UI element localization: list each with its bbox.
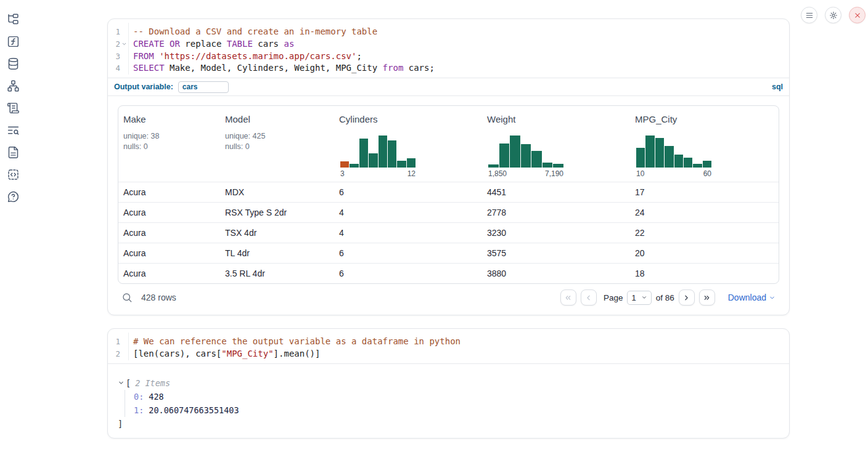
table-cell: 3230 [482,228,630,238]
histogram-bar [645,136,654,168]
histogram-axis: 312 [340,169,416,178]
histogram-bar [542,163,553,168]
sql-cell: 1-- Download a CSV and create an in-memo… [107,18,790,315]
python-code-editor[interactable]: 1# We can reference the output variable … [108,329,789,364]
table-cell: TSX 4dr [220,228,334,238]
download-button[interactable]: Download [728,293,776,302]
tree-collapse-icon[interactable] [118,379,126,386]
settings-button[interactable] [825,7,841,23]
page-total-label: of 86 [656,293,674,302]
tree-open-bracket: [ [126,376,131,390]
table-body: AcuraMDX6445117AcuraRSX Type S 2dr427782… [118,182,779,283]
column-stats: unique: 38nulls: 0 [123,131,159,152]
code-text: FROM 'https://datasets.marimo.app/cars.c… [128,51,362,63]
table-row[interactable]: Acura3.5 RL 4dr6388018 [118,263,779,283]
table-cell: TL 4dr [220,248,334,258]
code-text: -- Download a CSV and create an in-memor… [128,26,377,38]
column-header-make[interactable]: Makeunique: 38nulls: 0 [118,106,220,182]
column-title: Make [123,114,146,124]
histogram-bar [521,144,531,168]
gutter-divider [128,333,129,360]
notebook-menu-button[interactable] [801,7,817,23]
table-cell: 20 [630,248,779,258]
table-row[interactable]: AcuraMDX6445117 [118,182,779,202]
code-line: 3FROM 'https://datasets.marimo.app/cars.… [108,51,789,63]
tree-item-value: 20.060747663551403 [149,405,239,415]
page-select-value: 1 [631,293,636,302]
dependency-graph-icon[interactable] [7,79,20,92]
histogram-bar [684,158,692,168]
tree-children: 0:4281:20.060747663551403 [125,390,779,417]
histogram-max-label: 12 [407,169,416,178]
code-text: CREATE OR replace TABLE cars as [128,38,294,51]
table-header-row: Makeunique: 38nulls: 0Modelunique: 425nu… [118,106,779,182]
histogram-bars [340,134,416,168]
table-cell: 6 [334,248,482,258]
output-variable-input[interactable] [178,81,229,93]
page-select[interactable]: 1 [627,291,651,305]
code-text: # We can reference the output variable a… [128,336,461,348]
fold-chevron-icon[interactable] [120,41,128,47]
logs-icon[interactable] [7,102,20,115]
table-cell: 18 [630,269,779,278]
column-title: Weight [487,114,515,124]
table-row[interactable]: AcuraTL 4dr6357520 [118,243,779,263]
page-label: Page [604,293,623,302]
histogram-bar [340,161,349,168]
column-header-model[interactable]: Modelunique: 425nulls: 0 [220,106,334,182]
table-cell: 4451 [482,187,630,197]
histogram-bar [655,138,664,168]
table-cell: 2778 [482,208,630,217]
histogram-bars [636,134,711,168]
code-line: 1# We can reference the output variable … [108,336,789,348]
sql-cell-toolbar: Output variable: sql [108,78,789,96]
line-number: 1 [108,336,120,348]
sql-code-editor[interactable]: 1-- Download a CSV and create an in-memo… [108,19,789,78]
histogram-bar [693,164,702,168]
table-row[interactable]: AcuraTSX 4dr4323022 [118,222,779,243]
weight-histogram: 1,8507,190 [488,134,563,178]
search-icon[interactable] [7,124,20,137]
histogram-bar [397,161,406,168]
table-cell: 3.5 RL 4dr [220,269,334,278]
line-number: 4 [108,62,120,75]
line-number: 1 [108,26,120,38]
last-page-button[interactable] [699,289,715,305]
table-search-icon[interactable] [121,292,133,303]
column-header-mpg_city[interactable]: MPG_City1060 [630,106,779,182]
column-title: Model [225,114,250,124]
table-cell: 4 [334,208,482,217]
file-explorer-icon[interactable] [7,13,20,26]
datasources-icon[interactable] [7,57,20,70]
table-row[interactable]: AcuraRSX Type S 2dr4277824 [118,202,779,222]
column-title: Cylinders [339,114,378,124]
column-header-cylinders[interactable]: Cylinders312 [334,106,482,182]
gutter-divider [128,23,129,75]
table-footer: 428 rows Page 1 of 86 [118,284,779,311]
table-cell: MDX [220,187,334,197]
histogram-bar [488,164,499,168]
line-number: 2 [108,348,120,360]
language-badge: sql [772,83,783,91]
column-header-weight[interactable]: Weight1,8507,190 [482,106,630,182]
table-cell: 4 [334,228,482,238]
first-page-button[interactable] [560,289,576,305]
tree-item-value: 428 [149,392,163,402]
tree-item: 1:20.060747663551403 [134,403,779,417]
prev-page-button[interactable] [581,289,597,305]
histogram-bar [665,146,673,168]
snippets-icon[interactable] [7,168,20,181]
chevron-down-icon [769,294,776,301]
histogram-bar [674,155,683,168]
table-cell: Acura [118,208,220,217]
data-table: Makeunique: 38nulls: 0Modelunique: 425nu… [118,105,779,284]
table-cell: 17 [630,187,779,197]
histogram-bar [531,151,542,168]
next-page-button[interactable] [679,289,695,305]
variables-icon[interactable] [7,35,20,48]
documentation-icon[interactable] [7,146,20,159]
table-cell: 6 [334,187,482,197]
table-cell: 3880 [482,269,630,278]
shutdown-button[interactable] [849,7,866,23]
help-icon[interactable] [7,190,20,203]
